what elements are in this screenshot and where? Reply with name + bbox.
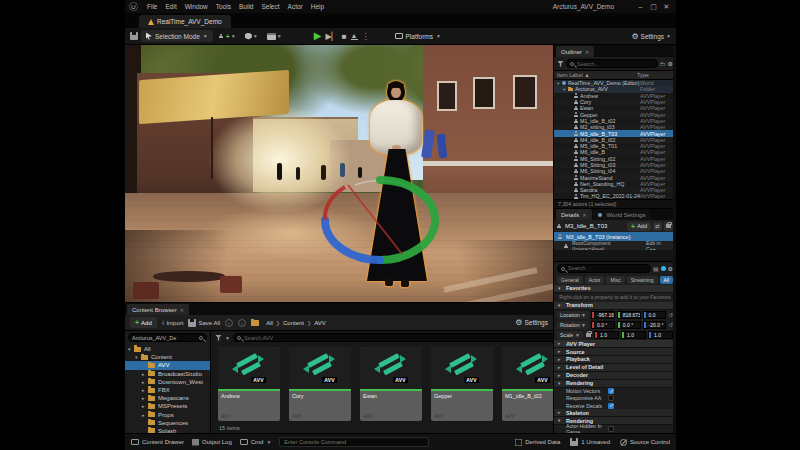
asset-card-ewan[interactable]: AVV EwanAVV — [360, 347, 422, 421]
import-button[interactable]: ⤓Import — [162, 319, 184, 326]
menu-actor[interactable]: Actor — [284, 3, 307, 10]
tree-item-downtown-west[interactable]: ▸Downtown_West — [125, 378, 210, 386]
menu-help[interactable]: Help — [307, 3, 328, 10]
platforms-dropdown[interactable]: Platforms ▼ — [395, 33, 441, 40]
save-all-button[interactable]: Save All — [188, 319, 220, 327]
transform-header[interactable]: ▾Transform — [554, 302, 676, 310]
tree-item-fbx[interactable]: ▸FBX — [125, 386, 210, 394]
chip-misc[interactable]: Misc — [606, 276, 624, 284]
chip-all[interactable]: All — [660, 276, 674, 284]
location-x-field[interactable]: -967.167 — [591, 311, 615, 319]
chip-streaming[interactable]: Streaming — [627, 276, 658, 284]
outliner-search-input[interactable] — [566, 59, 658, 68]
section-source[interactable]: ▸Source — [554, 348, 676, 356]
location-y-field[interactable]: 818.673 — [617, 311, 641, 319]
root-component-row[interactable]: RootComponent (InteractArea) Edit in C++ — [554, 241, 676, 250]
asset-card-cory[interactable]: AVV CoryAVV — [289, 347, 351, 421]
breadcrumb-all[interactable]: All — [266, 320, 273, 326]
level-viewport[interactable] — [125, 45, 553, 303]
menu-select[interactable]: Select — [257, 3, 283, 10]
selection-mode-dropdown[interactable]: Selection Mode ▼ — [141, 30, 213, 42]
checkbox[interactable] — [608, 395, 614, 401]
tree-item-avv[interactable]: AVV — [125, 361, 210, 369]
tree-item-mspresets[interactable]: ▸MSPresets — [125, 402, 210, 410]
close-button[interactable]: ✕ — [660, 0, 673, 13]
scale-dropdown[interactable]: Scale▼ — [557, 331, 583, 339]
close-icon[interactable]: ✕ — [582, 212, 586, 218]
section-rendering[interactable]: ▾Rendering — [554, 380, 676, 388]
level-tab[interactable]: RealTime_AVV_Demo — [139, 15, 231, 28]
location-z-field[interactable]: 0.0 — [643, 311, 667, 319]
rotation-y-field[interactable]: 0.0 ° — [617, 321, 641, 329]
menu-file[interactable]: File — [143, 3, 161, 10]
tree-item-all[interactable]: ▾All — [125, 345, 210, 353]
section-avv-player[interactable]: ▸AVV Player — [554, 340, 676, 348]
asset-card-geppei[interactable]: AVV GeppeiAVV — [431, 347, 493, 421]
rotation-z-field[interactable]: -20.0 ° — [643, 321, 667, 329]
rotation-gizmo[interactable] — [310, 172, 450, 270]
scale-z-field[interactable]: 1.0 — [648, 331, 673, 339]
unsaved-button[interactable]: 1 Unsaved — [570, 438, 610, 446]
checkbox[interactable] — [608, 388, 614, 394]
new-folder-icon[interactable]: 🗀 — [660, 61, 666, 67]
tree-item-megascans[interactable]: ▸Megascans — [125, 394, 210, 402]
filter-dot-icon[interactable] — [661, 266, 666, 271]
menu-edit[interactable]: Edit — [161, 3, 180, 10]
chip-general[interactable]: General — [557, 276, 583, 284]
location-dropdown[interactable]: Location▼ — [557, 311, 589, 319]
menu-build[interactable]: Build — [235, 3, 257, 10]
forward-button[interactable]: › — [238, 319, 246, 327]
content-browser-settings[interactable]: ⚙ Settings — [515, 318, 548, 327]
blueprints-button[interactable]: ▼ — [242, 30, 261, 42]
add-content-button[interactable]: + Add — [130, 317, 157, 328]
outliner-row-world[interactable]: ▾RealTime_AVV_Demo (Editor)World — [554, 80, 676, 86]
scale-y-field[interactable]: 1.0 — [621, 331, 646, 339]
asset-search-input[interactable] — [233, 333, 553, 342]
asset-card-m1-idle[interactable]: AVV M1_idle_B_t02AVV — [502, 347, 553, 421]
section-level-of-detail[interactable]: ▸Level of Detail — [554, 364, 676, 372]
source-control-button[interactable]: Source Control — [620, 439, 670, 446]
display-options-icon[interactable]: ▤ — [653, 265, 659, 272]
section-skeleton[interactable]: ▸Skeleton — [554, 409, 676, 417]
lock-icon[interactable] — [664, 222, 673, 231]
add-component-button[interactable]: +Add — [627, 222, 651, 231]
content-browser-tab[interactable]: Content Browser ✕ — [127, 304, 189, 315]
swap-icon[interactable]: ⇄ — [653, 222, 662, 231]
tree-item-props[interactable]: ▸Props — [125, 411, 210, 419]
section-playback[interactable]: ▸Playback — [554, 356, 676, 364]
chip-actor[interactable]: Actor — [585, 276, 605, 284]
outliner-tab[interactable]: Outliner✕ — [556, 46, 594, 57]
checkbox[interactable] — [608, 426, 614, 432]
output-log-button[interactable]: Output Log — [192, 439, 232, 446]
details-tab[interactable]: Details✕ — [556, 209, 592, 220]
console-command-input[interactable] — [279, 437, 429, 447]
scale-x-field[interactable]: 1.0 — [594, 331, 619, 339]
back-button[interactable]: ‹ — [225, 319, 233, 327]
derived-data-button[interactable]: Derived Data — [515, 439, 560, 446]
frame-skip-button[interactable]: ▶▏ — [325, 32, 337, 41]
cmd-dropdown[interactable]: Cmd▼ — [240, 439, 272, 445]
play-options-button[interactable]: ⋮ — [362, 32, 370, 41]
section-decoder[interactable]: ▸Decoder — [554, 372, 676, 380]
rotation-dropdown[interactable]: Rotation▼ — [557, 321, 589, 329]
filter-icon[interactable] — [215, 335, 222, 341]
eject-button[interactable]: ▲ — [351, 33, 358, 40]
save-level-icon[interactable] — [130, 32, 138, 40]
menu-tools[interactable]: Tools — [212, 3, 235, 10]
filter-icon[interactable] — [557, 61, 564, 67]
scrollbar[interactable] — [673, 208, 676, 433]
menu-window[interactable]: Window — [181, 3, 212, 10]
close-icon[interactable]: ✕ — [180, 307, 184, 313]
checkbox[interactable] — [608, 403, 614, 409]
scale-lock-icon[interactable] — [586, 333, 591, 337]
play-button[interactable]: ▶ — [314, 31, 322, 41]
column-type[interactable]: Type — [637, 72, 673, 78]
favorites-header[interactable]: ▾Favorites — [554, 285, 676, 293]
outliner-row-actor[interactable]: Tim_HQ_EC_2022-01-24AVVPlayer — [554, 193, 676, 199]
tree-item-sequences[interactable]: Sequences — [125, 419, 210, 427]
maximize-button[interactable]: ▢ — [647, 0, 660, 13]
tree-item-broadcaststudio[interactable]: ▸BroadcastStudio — [125, 370, 210, 378]
column-item-label[interactable]: Item Label ▲ — [557, 72, 637, 78]
settings-dropdown[interactable]: ⚙ Settings ▼ — [631, 32, 671, 41]
stop-button[interactable]: ■ — [342, 32, 347, 41]
